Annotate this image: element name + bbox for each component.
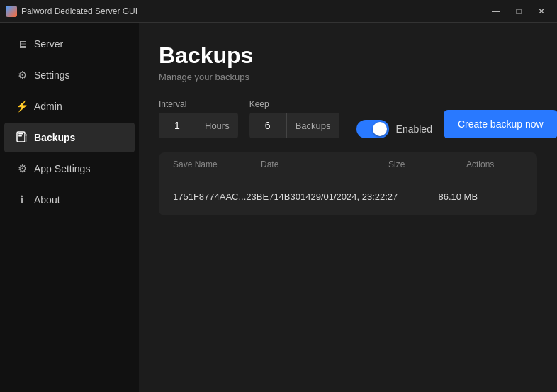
svg-rect-4 [25,134,27,136]
app-title: Palword Dedicated Server GUI [21,6,137,16]
keep-label: Keep [249,99,339,109]
cell-actions: ⋮ [516,187,537,206]
keep-unit: Backups [286,113,339,138]
interval-group: Interval Hours [159,99,238,138]
sidebar: 🖥 Server ⚙ Settings ⚡ Admin [0,23,139,392]
col-header-actions: Actions [466,159,523,169]
cell-save-name: 1751F8774AAC...23BE714B3014 [173,191,310,202]
backups-table: Save Name Date Size Actions 1751F8774AAC… [159,152,537,215]
sidebar-label-admin: Admin [34,101,62,112]
svg-rect-1 [18,133,23,135]
table-header: Save Name Date Size Actions [159,152,537,177]
sidebar-label-app-settings: App Settings [34,163,90,174]
app-body: 🖥 Server ⚙ Settings ⚡ Admin [0,23,557,392]
settings-icon: ⚙ [16,69,28,82]
about-icon: ℹ [16,194,28,206]
col-header-size: Size [388,159,466,169]
col-header-date: Date [261,159,388,169]
sidebar-label-about: About [34,194,60,206]
controls-row: Interval Hours Keep Backups [159,99,537,138]
interval-input[interactable] [159,113,196,138]
title-bar: Palword Dedicated Server GUI — □ ✕ [0,0,557,23]
minimize-button[interactable]: — [486,4,506,18]
enabled-label: Enabled [396,123,432,135]
enabled-toggle-group: Enabled [356,120,432,138]
title-bar-left: Palword Dedicated Server GUI [6,6,137,17]
backups-icon [16,131,28,144]
window-controls: — □ ✕ [486,4,551,18]
col-header-save-name: Save Name [173,159,261,169]
sidebar-item-backups[interactable]: Backups [4,123,135,152]
cell-size: 86.10 MB [438,191,516,202]
sidebar-item-server[interactable]: 🖥 Server [4,29,135,59]
interval-unit: Hours [196,113,238,138]
cell-date: 29/01/2024, 23:22:27 [310,191,438,202]
page-subtitle: Manage your backups [159,72,537,82]
sidebar-item-settings[interactable]: ⚙ Settings [4,60,135,90]
sidebar-label-backups: Backups [34,132,75,143]
sidebar-item-about[interactable]: ℹ About [4,185,135,215]
table-row: 1751F8774AAC...23BE714B3014 29/01/2024, … [159,177,537,215]
keep-input[interactable] [249,113,286,138]
interval-label: Interval [159,99,238,109]
create-backup-button[interactable]: Create backup now [444,110,557,138]
keep-group: Keep Backups [249,99,339,138]
content-area: Backups Manage your backups Interval Hou… [139,23,557,392]
maximize-button[interactable]: □ [509,4,529,18]
enabled-toggle[interactable] [356,120,389,138]
row-actions-button[interactable]: ⋮ [532,187,537,206]
app-settings-icon: ⚙ [16,162,28,175]
sidebar-label-server: Server [34,38,63,50]
sidebar-label-settings: Settings [34,69,70,81]
app-icon [6,6,17,17]
sidebar-item-app-settings[interactable]: ⚙ App Settings [4,154,135,184]
admin-icon: ⚡ [16,100,28,113]
close-button[interactable]: ✕ [531,4,551,18]
server-icon: 🖥 [16,38,28,50]
sidebar-item-admin[interactable]: ⚡ Admin [4,91,135,121]
page-title: Backups [159,43,537,69]
svg-rect-2 [18,135,22,137]
